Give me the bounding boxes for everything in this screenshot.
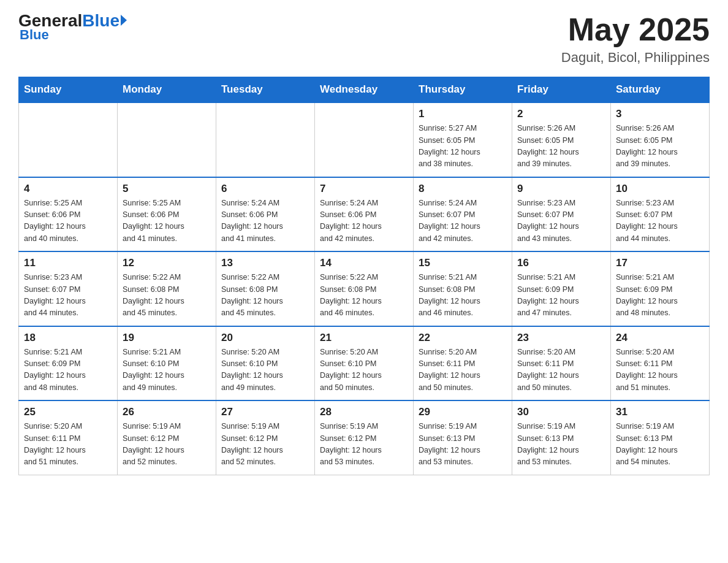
day-number: 16: [517, 257, 605, 269]
calendar-cell: 14Sunrise: 5:22 AM Sunset: 6:08 PM Dayli…: [315, 251, 414, 326]
calendar-cell: 24Sunrise: 5:20 AM Sunset: 6:11 PM Dayli…: [611, 326, 710, 401]
title-area: May 2025 Daguit, Bicol, Philippines: [561, 12, 710, 66]
calendar-cell: 20Sunrise: 5:20 AM Sunset: 6:10 PM Dayli…: [216, 326, 315, 401]
calendar-cell: [216, 102, 315, 177]
day-info: Sunrise: 5:20 AM Sunset: 6:10 PM Dayligh…: [221, 347, 309, 394]
day-info: Sunrise: 5:21 AM Sunset: 6:10 PM Dayligh…: [123, 347, 211, 394]
day-number: 13: [221, 257, 309, 269]
calendar-cell: 21Sunrise: 5:20 AM Sunset: 6:10 PM Dayli…: [315, 326, 414, 401]
day-info: Sunrise: 5:27 AM Sunset: 6:05 PM Dayligh…: [419, 123, 507, 170]
calendar-cell: 7Sunrise: 5:24 AM Sunset: 6:06 PM Daylig…: [315, 177, 414, 252]
day-number: 15: [419, 257, 507, 269]
day-info: Sunrise: 5:22 AM Sunset: 6:08 PM Dayligh…: [221, 272, 309, 320]
day-number: 6: [221, 183, 309, 195]
calendar-week-row: 1Sunrise: 5:27 AM Sunset: 6:05 PM Daylig…: [19, 102, 710, 177]
calendar-cell: 3Sunrise: 5:26 AM Sunset: 6:05 PM Daylig…: [611, 102, 710, 177]
day-info: Sunrise: 5:20 AM Sunset: 6:11 PM Dayligh…: [517, 347, 605, 394]
calendar-cell: 2Sunrise: 5:26 AM Sunset: 6:05 PM Daylig…: [512, 102, 611, 177]
day-info: Sunrise: 5:20 AM Sunset: 6:10 PM Dayligh…: [320, 347, 408, 394]
calendar-cell: 31Sunrise: 5:19 AM Sunset: 6:13 PM Dayli…: [611, 400, 710, 475]
day-number: 1: [419, 108, 507, 120]
day-number: 10: [616, 183, 704, 195]
calendar-cell: 1Sunrise: 5:27 AM Sunset: 6:05 PM Daylig…: [414, 102, 512, 177]
calendar-body: 1Sunrise: 5:27 AM Sunset: 6:05 PM Daylig…: [19, 102, 710, 475]
calendar-cell: 9Sunrise: 5:23 AM Sunset: 6:07 PM Daylig…: [512, 177, 611, 252]
calendar-cell: 12Sunrise: 5:22 AM Sunset: 6:08 PM Dayli…: [118, 251, 216, 326]
day-number: 8: [419, 183, 507, 195]
day-info: Sunrise: 5:26 AM Sunset: 6:05 PM Dayligh…: [517, 123, 605, 170]
day-number: 3: [616, 108, 704, 120]
day-info: Sunrise: 5:19 AM Sunset: 6:13 PM Dayligh…: [616, 421, 704, 469]
calendar-cell: 4Sunrise: 5:25 AM Sunset: 6:06 PM Daylig…: [19, 177, 118, 252]
calendar-cell: 27Sunrise: 5:19 AM Sunset: 6:12 PM Dayli…: [216, 400, 315, 475]
day-number: 7: [320, 183, 408, 195]
calendar-cell: 5Sunrise: 5:25 AM Sunset: 6:06 PM Daylig…: [118, 177, 216, 252]
calendar-cell: [118, 102, 216, 177]
day-info: Sunrise: 5:19 AM Sunset: 6:12 PM Dayligh…: [123, 421, 211, 469]
day-info: Sunrise: 5:21 AM Sunset: 6:09 PM Dayligh…: [24, 347, 112, 394]
day-info: Sunrise: 5:24 AM Sunset: 6:06 PM Dayligh…: [221, 197, 309, 245]
calendar-cell: [19, 102, 118, 177]
calendar-cell: 10Sunrise: 5:23 AM Sunset: 6:07 PM Dayli…: [611, 177, 710, 252]
day-info: Sunrise: 5:21 AM Sunset: 6:08 PM Dayligh…: [419, 272, 507, 320]
day-number: 18: [24, 332, 112, 344]
day-info: Sunrise: 5:24 AM Sunset: 6:06 PM Dayligh…: [320, 197, 408, 245]
logo-arrow-icon: [121, 15, 127, 26]
header-sunday: Sunday: [19, 77, 118, 103]
day-number: 29: [419, 406, 507, 418]
day-info: Sunrise: 5:20 AM Sunset: 6:11 PM Dayligh…: [616, 347, 704, 394]
header-friday: Friday: [512, 77, 611, 103]
day-number: 24: [616, 332, 704, 344]
page-header: GeneralBlue Blue May 2025 Daguit, Bicol,…: [18, 12, 710, 66]
day-number: 11: [24, 257, 112, 269]
calendar-subtitle: Daguit, Bicol, Philippines: [561, 50, 710, 66]
calendar-cell: 26Sunrise: 5:19 AM Sunset: 6:12 PM Dayli…: [118, 400, 216, 475]
logo-blue-text: Blue: [82, 12, 119, 29]
day-info: Sunrise: 5:19 AM Sunset: 6:12 PM Dayligh…: [320, 421, 408, 469]
day-number: 30: [517, 406, 605, 418]
calendar-table: Sunday Monday Tuesday Wednesday Thursday…: [18, 77, 710, 475]
day-number: 31: [616, 406, 704, 418]
day-info: Sunrise: 5:19 AM Sunset: 6:13 PM Dayligh…: [517, 421, 605, 469]
day-info: Sunrise: 5:25 AM Sunset: 6:06 PM Dayligh…: [24, 197, 112, 245]
calendar-cell: 6Sunrise: 5:24 AM Sunset: 6:06 PM Daylig…: [216, 177, 315, 252]
day-info: Sunrise: 5:26 AM Sunset: 6:05 PM Dayligh…: [616, 123, 704, 170]
day-info: Sunrise: 5:19 AM Sunset: 6:13 PM Dayligh…: [419, 421, 507, 469]
calendar-cell: 11Sunrise: 5:23 AM Sunset: 6:07 PM Dayli…: [19, 251, 118, 326]
day-number: 27: [221, 406, 309, 418]
calendar-week-row: 25Sunrise: 5:20 AM Sunset: 6:11 PM Dayli…: [19, 400, 710, 475]
calendar-cell: 22Sunrise: 5:20 AM Sunset: 6:11 PM Dayli…: [414, 326, 512, 401]
header-tuesday: Tuesday: [216, 77, 315, 103]
calendar-cell: 17Sunrise: 5:21 AM Sunset: 6:09 PM Dayli…: [611, 251, 710, 326]
day-number: 21: [320, 332, 408, 344]
day-info: Sunrise: 5:24 AM Sunset: 6:07 PM Dayligh…: [419, 197, 507, 245]
day-number: 4: [24, 183, 112, 195]
calendar-title: May 2025: [561, 12, 710, 47]
day-number: 20: [221, 332, 309, 344]
day-number: 14: [320, 257, 408, 269]
day-number: 28: [320, 406, 408, 418]
calendar-week-row: 4Sunrise: 5:25 AM Sunset: 6:06 PM Daylig…: [19, 177, 710, 252]
calendar-cell: 16Sunrise: 5:21 AM Sunset: 6:09 PM Dayli…: [512, 251, 611, 326]
day-number: 9: [517, 183, 605, 195]
day-number: 12: [123, 257, 211, 269]
calendar-cell: 23Sunrise: 5:20 AM Sunset: 6:11 PM Dayli…: [512, 326, 611, 401]
calendar-cell: [315, 102, 414, 177]
header-monday: Monday: [118, 77, 216, 103]
header-saturday: Saturday: [611, 77, 710, 103]
calendar-cell: 19Sunrise: 5:21 AM Sunset: 6:10 PM Dayli…: [118, 326, 216, 401]
calendar-cell: 8Sunrise: 5:24 AM Sunset: 6:07 PM Daylig…: [414, 177, 512, 252]
day-number: 25: [24, 406, 112, 418]
calendar-cell: 15Sunrise: 5:21 AM Sunset: 6:08 PM Dayli…: [414, 251, 512, 326]
day-info: Sunrise: 5:21 AM Sunset: 6:09 PM Dayligh…: [517, 272, 605, 320]
day-info: Sunrise: 5:20 AM Sunset: 6:11 PM Dayligh…: [24, 421, 112, 469]
calendar-week-row: 11Sunrise: 5:23 AM Sunset: 6:07 PM Dayli…: [19, 251, 710, 326]
day-info: Sunrise: 5:22 AM Sunset: 6:08 PM Dayligh…: [320, 272, 408, 320]
day-number: 19: [123, 332, 211, 344]
calendar-cell: 29Sunrise: 5:19 AM Sunset: 6:13 PM Dayli…: [414, 400, 512, 475]
day-number: 2: [517, 108, 605, 120]
logo-area: GeneralBlue Blue: [18, 12, 127, 43]
day-info: Sunrise: 5:23 AM Sunset: 6:07 PM Dayligh…: [517, 197, 605, 245]
calendar-cell: 25Sunrise: 5:20 AM Sunset: 6:11 PM Dayli…: [19, 400, 118, 475]
day-number: 5: [123, 183, 211, 195]
